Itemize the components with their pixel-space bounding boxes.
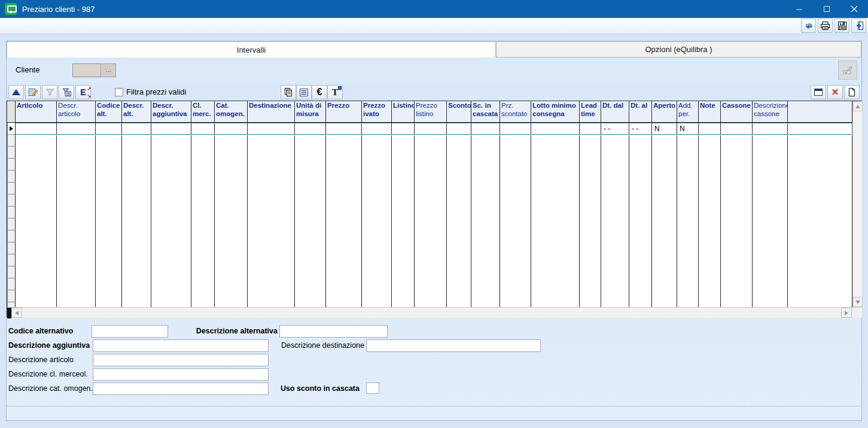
record-selector-cell[interactable] xyxy=(7,278,16,290)
grid-cell[interactable] xyxy=(96,123,122,134)
grid-cell[interactable]: N xyxy=(652,123,677,134)
grid-cell[interactable] xyxy=(295,123,326,134)
cliente-browse-button[interactable]: ... xyxy=(100,63,116,77)
record-selector-cell[interactable] xyxy=(7,266,16,278)
new-record-button[interactable] xyxy=(844,85,860,99)
grid-column-header[interactable]: Descr. aggiuntiva xyxy=(151,101,191,123)
grid-cell[interactable] xyxy=(122,123,151,134)
vertical-scrollbar[interactable] xyxy=(852,101,862,307)
record-selector-cell[interactable] xyxy=(7,171,16,183)
cliente-input[interactable] xyxy=(72,63,100,77)
grid-column-header[interactable]: Descrizione cassone xyxy=(753,101,788,123)
excel-export-button[interactable]: E↗↘ xyxy=(75,85,91,99)
descrizione-destinazione-input[interactable] xyxy=(366,339,541,352)
grid-cell[interactable] xyxy=(191,123,215,134)
grid-cell[interactable] xyxy=(248,123,295,134)
minimize-button[interactable] xyxy=(785,0,813,18)
window-button[interactable] xyxy=(811,85,826,99)
record-selector-cell[interactable] xyxy=(7,230,16,242)
save-button[interactable] xyxy=(835,19,849,33)
print-button[interactable] xyxy=(818,19,833,33)
codice-alternativo-input[interactable] xyxy=(92,325,168,338)
euro-button[interactable]: € xyxy=(312,85,327,99)
grid-column-header[interactable]: Sconto xyxy=(447,101,471,123)
record-selector-cell[interactable] xyxy=(7,254,16,266)
grid-column-header[interactable]: Sc. in cascata xyxy=(471,101,500,123)
grid-column-header[interactable]: Articolo xyxy=(16,101,57,123)
record-selector-cell[interactable] xyxy=(7,290,16,302)
filter-list-button[interactable] xyxy=(59,85,74,99)
grid-cell[interactable] xyxy=(788,123,852,134)
grid-column-header[interactable]: Descr. alt. xyxy=(122,101,151,123)
grid-column-header[interactable]: Unità di misura xyxy=(295,101,326,123)
grid-column-header[interactable]: Listino xyxy=(392,101,415,123)
grid-cell[interactable]: N xyxy=(677,123,699,134)
copy-button[interactable] xyxy=(281,85,296,99)
grid-column-header[interactable]: Lotto minimo consegna xyxy=(531,101,580,123)
record-selector-cell[interactable] xyxy=(7,207,16,218)
grid-column-header[interactable]: Aperto xyxy=(652,101,677,123)
grid-column-header[interactable]: Note xyxy=(699,101,721,123)
record-selector-cell[interactable] xyxy=(7,218,16,230)
maximize-button[interactable] xyxy=(813,0,840,18)
filter-button[interactable] xyxy=(42,85,57,99)
grid-column-header[interactable]: Cat. omogen. xyxy=(215,101,248,123)
grid-column-header[interactable]: Prz. scontato xyxy=(500,101,531,123)
grid-cell[interactable] xyxy=(531,123,580,134)
delete-button[interactable]: ✕ xyxy=(827,85,843,99)
tab-opzioni-equilibra[interactable]: Opzioni (eQuilibra ) xyxy=(496,41,861,57)
grid-column-header[interactable]: Cassone xyxy=(721,101,753,123)
record-selector-cell[interactable] xyxy=(7,242,16,254)
grid-cell[interactable] xyxy=(721,123,753,134)
descrizione-alternativa-input[interactable] xyxy=(279,325,388,338)
grid-cell[interactable] xyxy=(151,123,191,134)
scroll-down-button[interactable] xyxy=(853,297,863,307)
grid-cell[interactable] xyxy=(57,123,96,134)
grid-column-header[interactable]: Codice alt. xyxy=(96,101,122,123)
descrizione-cat-omogen-input[interactable] xyxy=(93,383,269,395)
grid-cell[interactable] xyxy=(753,123,788,134)
grid-cell[interactable] xyxy=(326,123,362,134)
record-selector-cell[interactable] xyxy=(7,135,16,147)
horizontal-scrollbar[interactable] xyxy=(7,307,862,318)
scroll-right-button[interactable] xyxy=(841,308,852,318)
grid-column-header[interactable]: Add. per. xyxy=(677,101,699,123)
scroll-up-button[interactable] xyxy=(853,101,863,111)
collapse-button[interactable] xyxy=(8,85,24,99)
grid-cell[interactable] xyxy=(415,123,447,134)
record-selector-cell[interactable] xyxy=(7,147,16,159)
grid-cell[interactable] xyxy=(362,123,392,134)
refresh-button[interactable] xyxy=(801,19,816,33)
record-selector-cell[interactable] xyxy=(7,302,16,307)
descrizione-articolo-input[interactable] xyxy=(93,354,269,366)
grid-column-header[interactable]: Prezzo xyxy=(326,101,362,123)
grid-cell[interactable] xyxy=(471,123,500,134)
grid-column-header[interactable]: Lead time xyxy=(580,101,601,123)
grid-cell[interactable] xyxy=(580,123,601,134)
grid-column-header[interactable]: Dt. al xyxy=(629,101,652,123)
uso-sconto-in-cascata-input[interactable] xyxy=(366,383,379,394)
exit-button[interactable] xyxy=(851,19,866,33)
record-selector-cell[interactable] xyxy=(7,195,16,207)
view-list-button[interactable] xyxy=(296,85,312,99)
grid-cell[interactable] xyxy=(392,123,415,134)
grid-column-header[interactable]: Prezzo ivato xyxy=(362,101,392,123)
grid-selected-row[interactable]: - -- -NN xyxy=(16,123,852,135)
scroll-left-button[interactable] xyxy=(11,308,22,318)
filter-valid-prices-checkbox[interactable] xyxy=(115,88,123,96)
font-button[interactable]: T xyxy=(327,85,343,99)
edit-grid-button[interactable] xyxy=(25,85,41,99)
grid-cell[interactable] xyxy=(215,123,248,134)
close-button[interactable] xyxy=(840,0,868,18)
grid-cell[interactable] xyxy=(699,123,721,134)
grid-cell[interactable]: - - xyxy=(601,123,629,134)
grid-cell[interactable] xyxy=(16,123,57,134)
record-selector-cell[interactable] xyxy=(7,159,16,171)
grid-cell[interactable]: - - xyxy=(629,123,652,134)
grid-column-header[interactable]: Destinazione xyxy=(248,101,295,123)
grid-cell[interactable] xyxy=(447,123,471,134)
record-selector-cell[interactable] xyxy=(7,183,16,195)
tab-intervalli[interactable]: Intervalli xyxy=(7,41,496,57)
grid-column-header[interactable]: Cl. merc. xyxy=(191,101,215,123)
descrizione-cl-merceol-input[interactable] xyxy=(93,368,269,381)
